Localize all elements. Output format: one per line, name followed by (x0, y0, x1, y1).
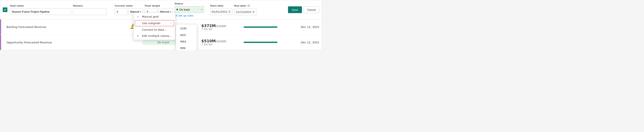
submenu-sum[interactable]: SUM (176, 25, 197, 32)
current-value-main: $372M (201, 24, 216, 28)
status-dropdown[interactable]: On track ▾ (174, 6, 204, 13)
menu-item-connect[interactable]: Connect to data... (134, 27, 175, 33)
due-date-calendar-icon: 🗓 (252, 10, 255, 14)
progress-bar (244, 27, 278, 28)
goal-name-field-group: Goal name (10, 5, 71, 15)
subgoals-submenu: SUM AVG MAX MIN (176, 24, 197, 50)
menu-item-manual[interactable]: ✓ Manual goal (134, 14, 175, 20)
status-chevron-icon: ▾ (201, 9, 202, 11)
current-value-label: Current value (115, 5, 143, 7)
menu-manual-label: Manual goal (142, 15, 159, 18)
row-accent-bar (0, 20, 1, 35)
yoy-label: ↑ 0% YoY (201, 43, 244, 46)
submenu-avg[interactable]: AVG (176, 32, 197, 38)
start-date-value: 01/01/2022 (212, 10, 227, 13)
owners-field-group: Owners (73, 5, 113, 15)
owners-label: Owners (73, 5, 113, 7)
submenu-min[interactable]: MIN (176, 45, 197, 50)
menu-edit-multiple-label: Edit multiple values... (142, 34, 172, 37)
menu-subgoals-arrow-icon: › (171, 22, 172, 25)
row-goal-name: Opportunity Forecasted Revenue (3, 41, 92, 44)
menu-check-icon: ✓ (137, 15, 140, 18)
row-accent-bar (0, 35, 1, 50)
row-checkbox[interactable] (3, 8, 8, 12)
current-value-target: /$300M (216, 25, 226, 28)
setup-rules-link[interactable]: Or set up rules (174, 14, 208, 17)
status-value-label: On track (180, 8, 190, 11)
due-date-value: 12/12/2022 (236, 10, 252, 14)
row-value-area: $510M/$500M ↑ 0% YoY (201, 39, 244, 46)
status-label: Status (174, 2, 208, 5)
cancel-button[interactable]: Cancel (304, 6, 319, 13)
due-date-field-group: Due date ⓘ 12/12/2022 🗓 (234, 4, 256, 15)
pencil-icon: ✏ (137, 35, 140, 37)
save-button[interactable]: Save (288, 6, 302, 13)
status-field-group: Status On track ▾ Or set up rules (174, 2, 208, 17)
row-due-date: Dec 12, 2022 (294, 25, 319, 29)
row-due-date: Dec 12, 2022 (294, 41, 319, 44)
final-target-label: Final target (145, 5, 173, 7)
status-dot-icon (176, 9, 178, 10)
edit-row: Goal name Owners Current value Manual ▾ … (0, 0, 322, 20)
menu-connect-label: Connect to data... (142, 28, 167, 31)
current-value-input[interactable] (115, 8, 128, 15)
due-date-label: Due date ⓘ (234, 4, 256, 8)
yoy-label: ↑ 0% YoY (201, 28, 244, 31)
goals-container: Goal name Owners Current value Manual ▾ … (0, 0, 322, 50)
current-value-main: $510M (201, 39, 216, 43)
current-value-target: /$500M (216, 40, 226, 43)
row-value-display: $510M/$500M (201, 39, 244, 43)
row-goal-name: Backlog Forecasted Revenue (3, 25, 92, 29)
row-progress (244, 42, 286, 43)
edit-row-actions: Save Cancel (288, 6, 319, 13)
row-value-area: $372M/$300M ↑ 0% YoY (201, 24, 244, 31)
goal-name-input[interactable] (10, 8, 71, 15)
progress-bar (244, 42, 278, 43)
goal-name-label: Goal name (10, 5, 71, 7)
method-dropdown-menu: ✓ Manual goal Use subgoals › Connect to … (133, 13, 176, 40)
start-date-input[interactable]: 01/01/2022 🗓 (210, 8, 232, 15)
start-date-label: Start date (210, 5, 232, 7)
progress-bar-fill (244, 42, 278, 43)
menu-item-edit-multiple[interactable]: ✏ Edit multiple values... (134, 33, 175, 39)
start-date-calendar-icon: 🗓 (228, 10, 231, 13)
submenu-max[interactable]: MAX (176, 38, 197, 45)
due-date-input[interactable]: 12/12/2022 🗓 (234, 9, 256, 15)
start-date-field-group: Start date 01/01/2022 🗓 (210, 5, 232, 15)
menu-item-subgoals[interactable]: Use subgoals › (135, 20, 174, 26)
progress-bar-fill (244, 27, 278, 28)
due-date-info-icon: ⓘ (248, 5, 250, 7)
menu-subgoals-label: Use subgoals (142, 22, 160, 25)
owners-input[interactable] (73, 8, 107, 15)
row-progress (244, 27, 286, 28)
row-value-display: $372M/$300M (201, 24, 244, 28)
